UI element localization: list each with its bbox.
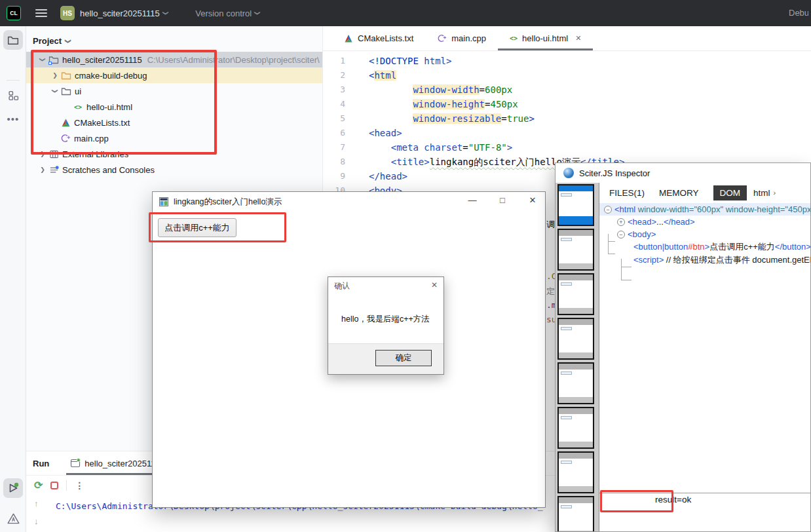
html-file-icon: <> [510, 35, 518, 42]
tab-cmakelists[interactable]: CMakeLists.txt [332, 26, 425, 50]
chevron-down-icon: ❯ [65, 39, 71, 44]
code-line: 3 window-width=600px [323, 83, 811, 97]
project-panel-title: Project [33, 36, 62, 46]
tree-connector [608, 234, 609, 254]
dom-node-script[interactable]: <script> // 给按钮绑定点击事件 document.getEleme [599, 254, 811, 267]
app-window-title-bar[interactable]: lingkang的sciter入门hello演示 — □ ✕ [153, 192, 545, 212]
more-options-button[interactable]: ⋮ [75, 480, 84, 491]
stripe-divider [7, 80, 20, 81]
scratches-icon [48, 164, 60, 175]
window-thumbnail[interactable] [557, 318, 594, 360]
run-config-tab[interactable]: hello_sciter2025111 [66, 451, 163, 475]
version-control-label: Version control [195, 9, 252, 18]
inspector-title-bar[interactable]: Sciter.JS Inspector [556, 163, 810, 183]
window-thumbnail[interactable] [557, 496, 594, 532]
run-play-icon [7, 482, 19, 494]
run-tool-button[interactable] [3, 478, 23, 498]
cpp-file-icon [437, 33, 447, 43]
chevron-down-icon: ❯ [254, 10, 261, 16]
inspector-title: Sciter.JS Inspector [579, 168, 650, 178]
annotation-rect-cpp-button [149, 212, 286, 242]
inspector-tabs: FILES(1) MEMORY DOM html › [599, 183, 811, 202]
tab-memory[interactable]: MEMORY [659, 188, 699, 198]
dom-node-html[interactable]: − <html window-width="600px" window-heig… [599, 203, 811, 216]
collapse-icon[interactable]: − [617, 231, 625, 238]
tab-label: hello-ui.html [522, 33, 568, 43]
expand-icon[interactable]: + [617, 218, 625, 226]
dom-breadcrumb[interactable]: html [753, 188, 770, 198]
project-tool-button[interactable] [3, 30, 23, 50]
tree-connector [621, 280, 632, 280]
dom-node-button[interactable]: <button|button#btn>点击调用c++能力</button> [599, 240, 811, 254]
dom-node-body[interactable]: − <body> [599, 228, 811, 240]
run-config-debug-label[interactable]: Debu [789, 8, 808, 18]
window-thumbnail-strip [556, 183, 599, 532]
project-selector-label: hello_sciter20251115 [80, 9, 160, 18]
window-thumbnail[interactable] [557, 184, 594, 226]
ok-button[interactable]: 确定 [375, 350, 432, 366]
close-icon[interactable]: ✕ [431, 280, 438, 290]
tree-connector [621, 267, 632, 267]
tree-item-scratches[interactable]: ❯ Scratches and Consoles [26, 162, 322, 178]
code-line: 5 window-resizable=true> [323, 111, 811, 126]
scroll-down-icon[interactable]: ↓ [34, 516, 39, 526]
structure-tool-button[interactable] [3, 85, 23, 105]
tab-dom[interactable]: DOM [713, 185, 747, 200]
code-fragment: 调 [546, 219, 555, 231]
tab-label: main.cpp [451, 33, 486, 43]
window-thumbnail[interactable] [557, 273, 594, 315]
folder-icon [7, 34, 19, 46]
tree-connector [608, 254, 615, 254]
tab-main-cpp[interactable]: main.cpp [425, 26, 498, 50]
confirm-dialog: 确认 ✕ hello，我是后端c++方法 确定 [328, 276, 444, 375]
rerun-button[interactable]: ⟳ [34, 479, 43, 491]
sciter-inspector-window: Sciter.JS Inspector FILES(1) MEMORY DOM … [555, 162, 811, 532]
main-menu-icon[interactable] [35, 9, 47, 17]
clion-logo-icon: CL [7, 6, 21, 20]
code-line: 2<html [323, 68, 811, 83]
close-icon[interactable]: ✕ [575, 34, 581, 43]
chevron-down-icon: ❯ [162, 10, 168, 16]
version-control-selector[interactable]: Version control ❯ [195, 9, 260, 18]
code-line: 4 window-height=450px [323, 97, 811, 111]
dialog-title-bar[interactable]: 确认 [328, 277, 443, 294]
app-window-title: lingkang的sciter入门hello演示 [174, 197, 282, 208]
collapse-icon[interactable]: − [604, 206, 612, 214]
dom-tree: − <html window-width="600px" window-heig… [599, 202, 811, 267]
window-thumbnail[interactable] [557, 407, 594, 449]
project-selector[interactable]: hello_sciter20251115 ❯ [80, 9, 168, 18]
stop-button[interactable] [50, 482, 58, 489]
tab-files[interactable]: FILES(1) [609, 188, 645, 198]
scroll-up-icon[interactable]: ↑ [34, 499, 39, 508]
tab-hello-ui-html[interactable]: <> hello-ui.html ✕ [498, 26, 593, 50]
code-line: 6<head> [323, 126, 811, 140]
chevron-collapsed-icon[interactable]: ❯ [37, 166, 48, 173]
window-thumbnail[interactable] [557, 362, 594, 404]
minimize-icon[interactable]: — [465, 195, 480, 205]
run-panel-title: Run [33, 459, 49, 468]
more-tool-windows-button[interactable]: ••• [3, 109, 23, 128]
window-thumbnail[interactable] [557, 451, 594, 493]
close-icon[interactable]: ✕ [525, 195, 540, 205]
code-line: 7 <meta charset="UTF-8"> [323, 140, 811, 155]
toolbar-divider [66, 480, 67, 491]
ellipsis-icon: ••• [7, 113, 20, 124]
window-thumbnail[interactable] [557, 229, 594, 271]
annotation-rect-result [600, 490, 673, 512]
chevron-right-icon: › [774, 189, 776, 197]
run-window-icon [70, 458, 81, 468]
dialog-title: 确认 [334, 280, 350, 292]
tree-connector [621, 259, 622, 280]
code-line: 1<!DOCTYPE html> [323, 54, 811, 68]
structure-icon [8, 90, 19, 101]
run-tab-label: hello_sciter2025111 [85, 459, 159, 468]
ide-top-bar: CL HS hello_sciter20251115 ❯ Version con… [0, 0, 811, 26]
project-panel-header[interactable]: Project ❯ [26, 26, 322, 52]
tree-connector [608, 241, 615, 242]
problems-triangle-icon [7, 512, 20, 525]
tool-window-stripe: ••• [0, 26, 26, 532]
maximize-icon[interactable]: □ [495, 195, 510, 205]
dom-node-head[interactable]: + <head>...</head> [599, 216, 811, 228]
dialog-footer: 确定 [328, 343, 443, 374]
problems-tool-button[interactable] [3, 508, 23, 528]
